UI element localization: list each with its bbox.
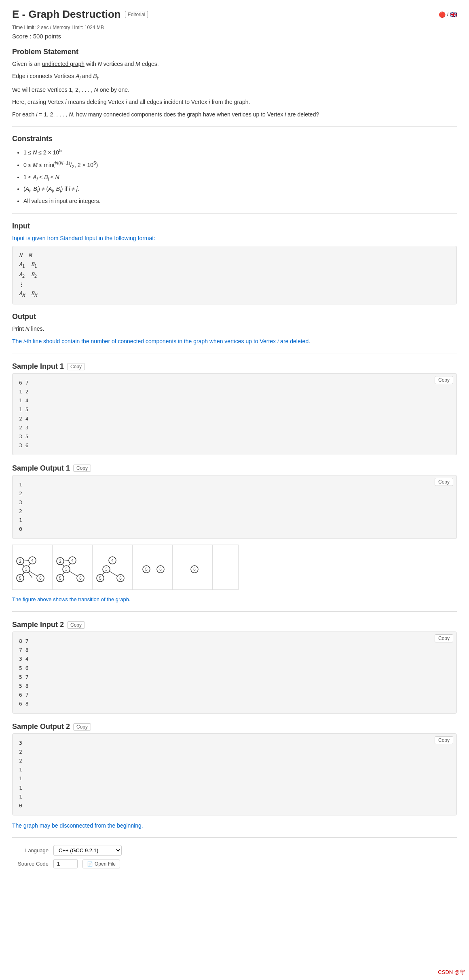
sample-output-1-block: Copy 1 2 3 2 1 0 — [12, 475, 457, 539]
sample-input-1-copy-btn[interactable]: Copy — [435, 376, 453, 384]
divider-4 — [12, 611, 457, 612]
sample-output-1-title: Sample Output 1 — [12, 464, 70, 473]
open-file-icon: 📄 — [87, 861, 93, 867]
svg-text:3: 3 — [105, 567, 108, 572]
score-text: Score : 500 points — [12, 33, 457, 40]
svg-text:2: 2 — [19, 559, 21, 564]
svg-text:3: 3 — [65, 567, 68, 572]
source-code-label: Source Code — [12, 861, 49, 867]
divider-2 — [12, 213, 457, 214]
svg-text:6: 6 — [119, 576, 122, 581]
constraint-3: 1 ≤ Ai < Bi ≤ N — [23, 173, 457, 183]
sample-input-1-copy-header-btn[interactable]: Copy — [67, 363, 85, 370]
sample-output-2-block: Copy 3 2 2 1 1 1 1 0 — [12, 733, 457, 815]
graph-cell-1: 4 2 3 5 6 — [13, 545, 53, 589]
editorial-badge[interactable]: Editorial — [125, 11, 148, 18]
sample-output-2-title: Sample Output 2 — [12, 722, 70, 731]
output-line1: Print N lines. — [12, 324, 457, 333]
ps-line-1: Given is an undirected graph with N vert… — [12, 59, 457, 68]
svg-text:6: 6 — [159, 567, 162, 572]
sample-input-2-title: Sample Input 2 — [12, 621, 64, 629]
source-code-input[interactable] — [53, 859, 78, 868]
output-title: Output — [12, 313, 457, 321]
memory-limit: Memory Limit: 1024 MB — [53, 25, 104, 30]
language-label: Language — [12, 847, 49, 853]
sample-input-2-block: Copy 8 7 7 8 3 4 5 6 5 7 5 8 6 7 6 8 — [12, 632, 457, 714]
sample-input-1-title: Sample Input 1 — [12, 362, 64, 371]
ps-line-2: Edge i connects Vertices Ai and Bi. — [12, 72, 457, 82]
divider-1 — [12, 126, 457, 127]
sample-output-2-copy-btn[interactable]: Copy — [435, 736, 453, 744]
svg-text:3: 3 — [25, 567, 27, 572]
sample-input-1-content: 6 7 1 2 1 4 1 5 2 4 2 3 3 5 3 6 — [19, 378, 450, 450]
sample-output-1-copy-btn[interactable]: Copy — [435, 478, 453, 486]
sample-output-1-copy-header-btn[interactable]: Copy — [73, 465, 91, 472]
graph-cell-4: 5 6 — [133, 545, 173, 589]
graph-svg-1: 4 2 3 5 6 — [14, 549, 51, 585]
sample-output-2-content: 3 2 2 1 1 1 1 0 — [19, 739, 450, 810]
flag-en[interactable]: 🇬🇧 — [450, 11, 457, 18]
sample-input-2-content: 8 7 7 8 3 4 5 6 5 7 5 8 6 7 6 8 — [19, 637, 450, 708]
divider-5 — [12, 837, 457, 838]
constraints-list: 1 ≤ N ≤ 2 × 105 0 ≤ M ≤ min(N(N−1)/2, 2 … — [23, 146, 457, 206]
svg-text:4: 4 — [111, 558, 114, 563]
graph-svg-4: 5 6 — [134, 549, 171, 585]
svg-text:6: 6 — [39, 576, 42, 581]
figure-caption: The figure above shows the transition of… — [12, 596, 457, 604]
sample-input-1-header: Sample Input 1 Copy — [12, 362, 457, 371]
source-code-row: Source Code 📄 Open File — [12, 859, 457, 868]
constraint-4: (Ai, Bi) ≠ (Aj, Bj) if i ≠ j. — [23, 184, 457, 195]
title-area: E - Graph Destruction Editorial — [12, 8, 148, 21]
svg-text:6: 6 — [79, 576, 82, 581]
open-file-label: Open File — [95, 861, 116, 867]
sample-output-1-content: 1 2 3 2 1 0 — [19, 480, 450, 534]
graph-cell-2: 4 2 3 5 6 — [53, 545, 93, 589]
constraint-5: All values in input are integers. — [23, 196, 457, 206]
sample-input-2-copy-header-btn[interactable]: Copy — [67, 621, 85, 629]
time-limit: Time Limit: 2 sec — [12, 25, 49, 30]
meta-limits: Time Limit: 2 sec / Memory Limit: 1024 M… — [12, 25, 457, 30]
constraint-2: 0 ≤ M ≤ min(N(N−1)/2, 2 × 105) — [23, 159, 457, 171]
graph-cell-3: 4 3 5 6 — [93, 545, 133, 589]
problem-title: E - Graph Destruction — [12, 8, 121, 21]
sample-output-1-header: Sample Output 1 Copy — [12, 464, 457, 473]
svg-text:5: 5 — [59, 576, 61, 581]
svg-text:5: 5 — [19, 576, 21, 581]
svg-text:4: 4 — [31, 558, 34, 563]
graph-cell-6 — [213, 545, 252, 589]
sample-output-2-header: Sample Output 2 Copy — [12, 722, 457, 731]
graph-svg-2: 4 2 3 5 6 — [54, 549, 91, 585]
graph-svg-6 — [214, 549, 251, 585]
input-format-block: N MA1 B1A2 B2⋮AM BM — [12, 246, 457, 304]
graph-svg-5: 6 — [174, 549, 211, 585]
ps-line-5: For each i = 1, 2, . . . , N, how many c… — [12, 110, 457, 119]
constraints-title: Constraints — [12, 135, 457, 143]
output-line2: The i-th line should contain the number … — [12, 337, 457, 346]
disconnected-note: The graph may be disconnected from the b… — [12, 821, 457, 830]
problem-statement-title: Problem Statement — [12, 48, 457, 56]
sample-output-2-copy-header-btn[interactable]: Copy — [73, 723, 91, 731]
ps-line-3: We will erase Vertices 1, 2, . . . , N o… — [12, 85, 457, 94]
page-header: E - Graph Destruction Editorial 🔴 / 🇬🇧 — [12, 8, 457, 21]
ps-line-4: Here, erasing Vertex i means deleting Ve… — [12, 97, 457, 106]
graph-svg-3: 4 3 5 6 — [94, 549, 131, 585]
flag-separator: / — [447, 12, 448, 17]
constraint-1: 1 ≤ N ≤ 2 × 105 — [23, 146, 457, 157]
input-format-text: N MA1 B1A2 B2⋮AM BM — [19, 252, 37, 296]
svg-text:5: 5 — [145, 567, 148, 572]
svg-text:6: 6 — [193, 567, 196, 572]
input-title: Input — [12, 222, 457, 230]
sample-input-2-header: Sample Input 2 Copy — [12, 621, 457, 629]
svg-text:2: 2 — [59, 559, 61, 564]
flags-area: 🔴 / 🇬🇧 — [439, 11, 457, 18]
sample-input-1-block: Copy 6 7 1 2 1 4 1 5 2 4 2 3 3 5 3 6 — [12, 373, 457, 455]
svg-text:5: 5 — [99, 576, 101, 581]
svg-text:4: 4 — [71, 558, 74, 563]
graph-figure: 4 2 3 5 6 4 2 3 5 6 — [12, 545, 239, 590]
flag-jp[interactable]: 🔴 — [439, 11, 446, 18]
language-select[interactable]: C++ (GCC 9.2.1) Python (3.8) Java (OpenJ… — [53, 845, 122, 856]
graph-cell-5: 6 — [173, 545, 213, 589]
input-description: Input is given from Standard Input in th… — [12, 234, 457, 243]
open-file-button[interactable]: 📄 Open File — [82, 860, 120, 868]
sample-input-2-copy-btn[interactable]: Copy — [435, 634, 453, 642]
